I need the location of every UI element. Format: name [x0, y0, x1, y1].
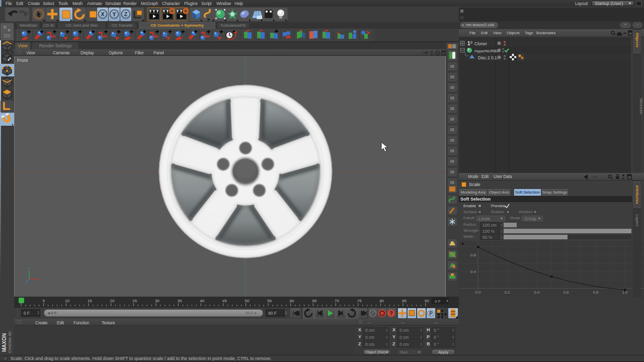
svg-text:HyperNURBS: HyperNURBS: [474, 49, 499, 53]
svg-text:?: ?: [389, 311, 392, 316]
svg-text:0.0: 0.0: [475, 290, 481, 295]
svg-text:90: 90: [425, 299, 429, 303]
svg-text:70: 70: [335, 299, 339, 303]
svg-text:P: P: [429, 311, 433, 316]
svg-text:75: 75: [357, 299, 362, 303]
svg-text:65: 65: [312, 299, 316, 303]
svg-text:0.4: 0.4: [470, 269, 476, 274]
svg-text:Y: Y: [112, 11, 116, 17]
svg-text:0.8: 0.8: [593, 290, 599, 295]
svg-text:10: 10: [65, 299, 69, 303]
svg-text:Cloner: Cloner: [474, 41, 487, 46]
svg-text:Front: Front: [17, 58, 28, 63]
svg-text:MAXON: MAXON: [2, 333, 7, 352]
svg-text:30: 30: [155, 299, 159, 303]
svg-text:80: 80: [379, 299, 384, 303]
svg-text:45: 45: [222, 299, 227, 303]
svg-text:Z: Z: [124, 11, 128, 17]
svg-text:85: 85: [402, 299, 407, 303]
svg-text:35: 35: [178, 299, 182, 303]
svg-text:Y: Y: [28, 267, 30, 270]
svg-text:15: 15: [88, 299, 92, 303]
svg-text:0.6: 0.6: [563, 290, 569, 295]
svg-text:0 F: 0 F: [435, 299, 441, 304]
svg-text:50: 50: [245, 299, 250, 303]
svg-text:20: 20: [110, 299, 115, 303]
svg-text:0.2: 0.2: [504, 290, 510, 295]
svg-text:Disc.2 0.1: Disc.2 0.1: [478, 55, 497, 60]
svg-text:0.8: 0.8: [470, 253, 476, 257]
svg-text:60: 60: [290, 299, 294, 303]
svg-text:0.4: 0.4: [534, 290, 540, 295]
svg-text:X: X: [38, 278, 41, 282]
svg-text:0: 0: [470, 41, 472, 44]
svg-text:CINEMA 4D: CINEMA 4D: [8, 331, 12, 353]
svg-text:X: X: [101, 11, 104, 17]
svg-text:55: 55: [267, 299, 272, 303]
svg-text:40: 40: [200, 299, 204, 303]
svg-text:5: 5: [43, 299, 45, 303]
svg-text:25: 25: [132, 299, 137, 303]
